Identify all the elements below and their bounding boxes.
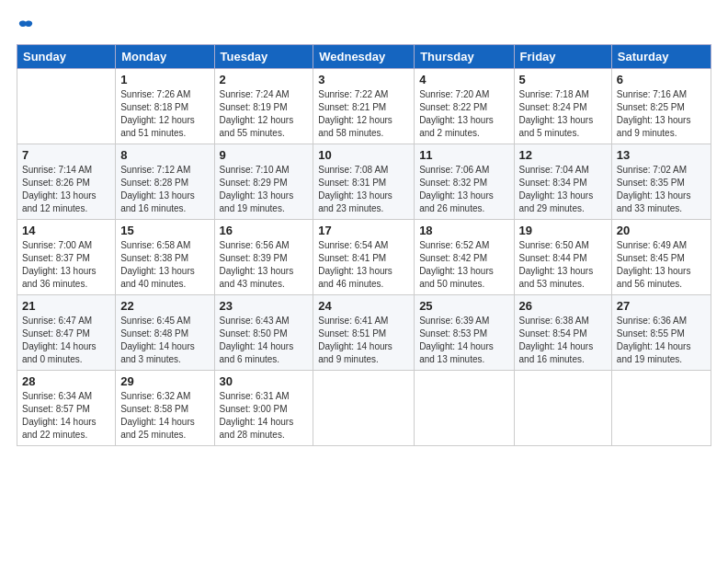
day-number: 12	[519, 148, 607, 162]
day-info: Sunrise: 7:10 AM Sunset: 8:29 PM Dayligh…	[220, 164, 309, 215]
calendar-cell: 5Sunrise: 7:18 AM Sunset: 8:24 PM Daylig…	[514, 69, 611, 144]
calendar-cell	[514, 371, 611, 446]
day-number: 25	[419, 299, 508, 313]
day-info: Sunrise: 6:47 AM Sunset: 8:47 PM Dayligh…	[22, 315, 110, 366]
day-number: 4	[419, 73, 508, 86]
calendar-cell: 4Sunrise: 7:20 AM Sunset: 8:22 PM Daylig…	[415, 69, 514, 144]
day-number: 16	[220, 224, 309, 237]
day-info: Sunrise: 6:54 AM Sunset: 8:41 PM Dayligh…	[318, 239, 409, 291]
day-number: 11	[419, 148, 508, 162]
calendar-cell: 2Sunrise: 7:24 AM Sunset: 8:19 PM Daylig…	[214, 69, 313, 144]
calendar-cell: 12Sunrise: 7:04 AM Sunset: 8:34 PM Dayli…	[514, 144, 611, 220]
calendar-cell: 28Sunrise: 6:34 AM Sunset: 8:57 PM Dayli…	[17, 371, 116, 446]
day-info: Sunrise: 7:26 AM Sunset: 8:18 PM Dayligh…	[120, 88, 209, 140]
weekday-header-wednesday: Wednesday	[313, 45, 415, 69]
day-info: Sunrise: 7:18 AM Sunset: 8:24 PM Dayligh…	[519, 88, 607, 140]
weekday-header-row: SundayMondayTuesdayWednesdayThursdayFrid…	[17, 45, 711, 69]
calendar-cell: 11Sunrise: 7:06 AM Sunset: 8:32 PM Dayli…	[415, 144, 514, 220]
weekday-header-sunday: Sunday	[17, 45, 116, 69]
day-info: Sunrise: 6:32 AM Sunset: 8:58 PM Dayligh…	[120, 390, 209, 442]
calendar-body: 1Sunrise: 7:26 AM Sunset: 8:18 PM Daylig…	[17, 69, 711, 446]
calendar-cell: 27Sunrise: 6:36 AM Sunset: 8:55 PM Dayli…	[611, 295, 711, 371]
day-info: Sunrise: 7:08 AM Sunset: 8:31 PM Dayligh…	[318, 164, 409, 215]
day-number: 28	[22, 374, 110, 388]
day-number: 1	[120, 73, 209, 86]
header	[17, 15, 711, 35]
day-info: Sunrise: 7:22 AM Sunset: 8:21 PM Dayligh…	[318, 88, 409, 140]
week-row-1: 1Sunrise: 7:26 AM Sunset: 8:18 PM Daylig…	[17, 69, 711, 144]
calendar-cell: 26Sunrise: 6:38 AM Sunset: 8:54 PM Dayli…	[514, 295, 611, 371]
day-info: Sunrise: 7:06 AM Sunset: 8:32 PM Dayligh…	[419, 164, 508, 215]
day-info: Sunrise: 7:20 AM Sunset: 8:22 PM Dayligh…	[419, 88, 508, 140]
day-info: Sunrise: 6:58 AM Sunset: 8:38 PM Dayligh…	[120, 239, 209, 291]
calendar-cell: 30Sunrise: 6:31 AM Sunset: 9:00 PM Dayli…	[214, 371, 313, 446]
day-number: 27	[617, 299, 706, 313]
calendar-cell: 14Sunrise: 7:00 AM Sunset: 8:37 PM Dayli…	[17, 220, 116, 295]
week-row-2: 7Sunrise: 7:14 AM Sunset: 8:26 PM Daylig…	[17, 144, 711, 220]
calendar-cell: 7Sunrise: 7:14 AM Sunset: 8:26 PM Daylig…	[17, 144, 116, 220]
weekday-header-tuesday: Tuesday	[214, 45, 313, 69]
weekday-header-thursday: Thursday	[415, 45, 514, 69]
week-row-5: 28Sunrise: 6:34 AM Sunset: 8:57 PM Dayli…	[17, 371, 711, 446]
day-info: Sunrise: 6:38 AM Sunset: 8:54 PM Dayligh…	[519, 315, 607, 366]
calendar-cell: 8Sunrise: 7:12 AM Sunset: 8:28 PM Daylig…	[116, 144, 214, 220]
day-number: 9	[220, 148, 309, 162]
calendar-cell: 1Sunrise: 7:26 AM Sunset: 8:18 PM Daylig…	[116, 69, 214, 144]
day-number: 15	[120, 224, 209, 237]
day-number: 24	[318, 299, 409, 313]
weekday-header-monday: Monday	[116, 45, 214, 69]
day-info: Sunrise: 7:12 AM Sunset: 8:28 PM Dayligh…	[120, 164, 209, 215]
calendar-cell: 9Sunrise: 7:10 AM Sunset: 8:29 PM Daylig…	[214, 144, 313, 220]
calendar-table: SundayMondayTuesdayWednesdayThursdayFrid…	[17, 44, 711, 446]
day-info: Sunrise: 6:36 AM Sunset: 8:55 PM Dayligh…	[617, 315, 706, 366]
day-number: 18	[419, 224, 508, 237]
day-info: Sunrise: 6:56 AM Sunset: 8:39 PM Dayligh…	[220, 239, 309, 291]
calendar-cell	[415, 371, 514, 446]
calendar-cell	[17, 69, 116, 144]
week-row-3: 14Sunrise: 7:00 AM Sunset: 8:37 PM Dayli…	[17, 220, 711, 295]
day-info: Sunrise: 6:41 AM Sunset: 8:51 PM Dayligh…	[318, 315, 409, 366]
day-number: 2	[220, 73, 309, 86]
day-number: 8	[120, 148, 209, 162]
calendar-cell: 13Sunrise: 7:02 AM Sunset: 8:35 PM Dayli…	[611, 144, 711, 220]
day-info: Sunrise: 6:31 AM Sunset: 9:00 PM Dayligh…	[220, 390, 309, 442]
calendar-cell: 16Sunrise: 6:56 AM Sunset: 8:39 PM Dayli…	[214, 220, 313, 295]
day-info: Sunrise: 7:14 AM Sunset: 8:26 PM Dayligh…	[22, 164, 110, 215]
day-info: Sunrise: 7:02 AM Sunset: 8:35 PM Dayligh…	[617, 164, 706, 215]
calendar-cell: 23Sunrise: 6:43 AM Sunset: 8:50 PM Dayli…	[214, 295, 313, 371]
day-info: Sunrise: 6:52 AM Sunset: 8:42 PM Dayligh…	[419, 239, 508, 291]
calendar-cell: 22Sunrise: 6:45 AM Sunset: 8:48 PM Dayli…	[116, 295, 214, 371]
day-number: 20	[617, 224, 706, 237]
calendar-cell: 21Sunrise: 6:47 AM Sunset: 8:47 PM Dayli…	[17, 295, 116, 371]
day-info: Sunrise: 6:39 AM Sunset: 8:53 PM Dayligh…	[419, 315, 508, 366]
day-number: 22	[120, 299, 209, 313]
calendar-cell	[611, 371, 711, 446]
day-number: 29	[120, 374, 209, 388]
page: SundayMondayTuesdayWednesdayThursdayFrid…	[0, 0, 728, 563]
day-number: 5	[519, 73, 607, 86]
day-number: 6	[617, 73, 706, 86]
calendar-cell: 3Sunrise: 7:22 AM Sunset: 8:21 PM Daylig…	[313, 69, 415, 144]
calendar-cell: 20Sunrise: 6:49 AM Sunset: 8:45 PM Dayli…	[611, 220, 711, 295]
logo	[17, 18, 34, 35]
day-number: 10	[318, 148, 409, 162]
day-number: 19	[519, 224, 607, 237]
day-info: Sunrise: 7:00 AM Sunset: 8:37 PM Dayligh…	[22, 239, 110, 291]
day-info: Sunrise: 6:34 AM Sunset: 8:57 PM Dayligh…	[22, 390, 110, 442]
day-number: 21	[22, 299, 110, 313]
calendar-cell: 19Sunrise: 6:50 AM Sunset: 8:44 PM Dayli…	[514, 220, 611, 295]
day-number: 3	[318, 73, 409, 86]
day-info: Sunrise: 6:50 AM Sunset: 8:44 PM Dayligh…	[519, 239, 607, 291]
calendar-cell: 10Sunrise: 7:08 AM Sunset: 8:31 PM Dayli…	[313, 144, 415, 220]
calendar-cell: 6Sunrise: 7:16 AM Sunset: 8:25 PM Daylig…	[611, 69, 711, 144]
calendar-cell: 17Sunrise: 6:54 AM Sunset: 8:41 PM Dayli…	[313, 220, 415, 295]
weekday-header-friday: Friday	[514, 45, 611, 69]
day-info: Sunrise: 6:49 AM Sunset: 8:45 PM Dayligh…	[617, 239, 706, 291]
day-number: 14	[22, 224, 110, 237]
day-info: Sunrise: 7:16 AM Sunset: 8:25 PM Dayligh…	[617, 88, 706, 140]
day-number: 7	[22, 148, 110, 162]
day-info: Sunrise: 6:45 AM Sunset: 8:48 PM Dayligh…	[120, 315, 209, 366]
weekday-header-saturday: Saturday	[611, 45, 711, 69]
day-number: 13	[617, 148, 706, 162]
day-number: 30	[220, 374, 309, 388]
